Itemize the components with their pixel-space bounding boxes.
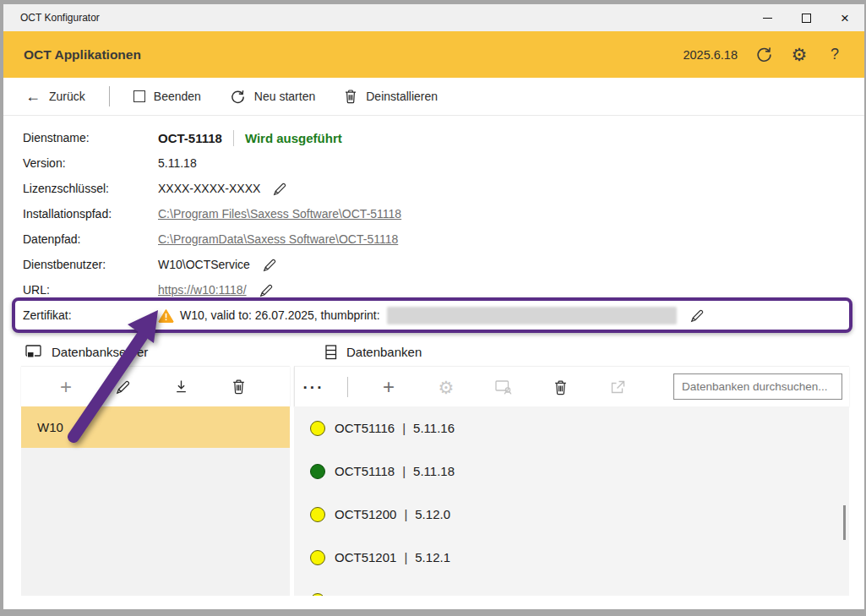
databases-panel-header: Datenbanken [325, 338, 422, 366]
minimize-button[interactable] [748, 4, 787, 31]
database-list-item[interactable]: OCT51201 | 5.12.1 [294, 536, 849, 579]
window-title: OCT Konfigurator [20, 12, 100, 24]
delete-database-button[interactable] [547, 374, 573, 400]
help-button[interactable]: ? [825, 46, 844, 64]
databases-scrollbar[interactable] [843, 505, 846, 540]
database-list-item[interactable]: OCT51202 | 5.12.2 [294, 579, 849, 596]
help-icon: ? [831, 46, 839, 63]
name-version-separator: | [404, 593, 407, 596]
app-window: OCT Konfigurator × OCT Applikationen 202… [0, 0, 866, 616]
pencil-icon [116, 379, 131, 395]
trash-icon [344, 89, 357, 104]
refresh-button[interactable] [754, 46, 773, 64]
name-version-separator: | [404, 507, 407, 521]
status-dot-icon [310, 550, 325, 565]
database-list-item[interactable]: OCT51200 | 5.12.0 [294, 493, 849, 536]
database-version: 5.12.0 [415, 507, 450, 521]
version-date: 2025.6.18 [683, 48, 738, 62]
export-database-button[interactable] [605, 374, 630, 400]
data-path-row: Datenpfad: C:\ProgramData\Saxess Softwar… [23, 226, 401, 252]
download-icon [174, 379, 188, 394]
pencil-icon [259, 283, 274, 297]
toolbar-divider [347, 377, 348, 397]
service-name-label: Dienstname: [23, 131, 158, 144]
database-settings-button[interactable]: ⚙ [433, 374, 459, 400]
database-list-item[interactable]: OCT51118 | 5.11.18 [294, 450, 849, 493]
back-button[interactable]: ← Zurück [25, 89, 85, 104]
titlebar: OCT Konfigurator × [3, 4, 864, 31]
restart-icon [230, 89, 246, 105]
delete-server-button[interactable] [226, 374, 251, 400]
database-name: OCT51116 [335, 421, 395, 435]
service-user-value: W10\OCTService [158, 258, 250, 271]
add-database-button[interactable]: + [376, 374, 401, 400]
warning-icon [158, 308, 174, 323]
refresh-icon [755, 46, 773, 63]
url-link[interactable]: https://w10:1118/ [158, 283, 247, 297]
close-button[interactable]: × [825, 4, 864, 31]
stop-icon [133, 90, 145, 102]
user-card-icon [495, 379, 513, 395]
install-path-link[interactable]: C:\Program Files\Saxess Software\OCT-511… [158, 207, 401, 221]
install-path-label: Installationspfad: [23, 207, 158, 221]
servers-toolbar: + [21, 366, 290, 406]
database-version: 5.12.1 [415, 550, 450, 564]
gear-icon: ⚙ [438, 379, 455, 396]
service-user-row: Dienstbenutzer: W10\OCTService [23, 252, 401, 277]
status-dot-icon [310, 421, 325, 436]
name-version-separator: | [402, 464, 406, 478]
license-label: Lizenzschlüssel: [23, 182, 158, 195]
maximize-icon [802, 14, 811, 23]
status-dot-icon [310, 464, 325, 479]
settings-button[interactable]: ⚙ [790, 46, 809, 64]
install-path-row: Installationspfad: C:\Program Files\Saxe… [23, 201, 401, 226]
databases-panel-title: Datenbanken [346, 345, 422, 359]
server-monitor-icon [25, 345, 42, 359]
add-server-button[interactable]: + [53, 374, 79, 400]
plus-icon: + [60, 377, 72, 397]
pencil-icon [263, 258, 277, 272]
database-version: 5.11.18 [413, 464, 455, 478]
more-options-button[interactable]: ··· [301, 374, 326, 400]
maximize-button[interactable] [787, 4, 825, 31]
edit-license-button[interactable] [273, 182, 287, 196]
server-name: W10 [37, 420, 63, 434]
servers-panel-title: Datenbankserver [52, 345, 148, 359]
status-dot-icon [310, 593, 325, 597]
certificate-info: W10, valid to: 26.07.2025, thumbprint: [180, 308, 380, 322]
thumbprint-redacted [387, 307, 677, 324]
back-arrow-icon: ← [25, 89, 41, 104]
version-label: Version: [23, 156, 158, 170]
trash-icon [231, 379, 246, 395]
database-permissions-button[interactable] [491, 374, 516, 400]
uninstall-button[interactable]: Deinstallieren [344, 89, 438, 104]
databases-toolbar: ··· + ⚙ [294, 366, 849, 406]
service-name-value: OCT-51118 [158, 131, 222, 145]
url-label: URL: [23, 283, 158, 297]
database-name: OCT51202 [335, 593, 396, 596]
edit-user-button[interactable] [263, 258, 277, 272]
import-server-button[interactable] [168, 374, 193, 400]
service-name-row: Dienstname: OCT-51118 Wird ausgeführt [23, 125, 401, 150]
edit-certificate-button[interactable] [690, 308, 705, 323]
service-details: Dienstname: OCT-51118 Wird ausgeführt Ve… [23, 125, 401, 303]
server-list-item-selected[interactable]: W10 [21, 406, 290, 448]
databases-list: OCT51116 | 5.11.16 OCT51118 | 5.11.18 OC… [294, 406, 849, 596]
gear-icon: ⚙ [792, 46, 808, 63]
command-bar: ← Zurück Beenden Neu starten Deinstallie… [3, 78, 864, 116]
edit-server-button[interactable] [111, 374, 136, 400]
pencil-icon [690, 308, 705, 323]
edit-url-button[interactable] [259, 283, 274, 297]
database-icon [325, 345, 337, 360]
minimize-icon [763, 18, 772, 19]
close-icon: × [841, 11, 849, 25]
servers-list: W10 [21, 406, 290, 596]
data-path-link[interactable]: C:\ProgramData\Saxess Software\OCT-51118 [158, 232, 398, 246]
database-list-item[interactable]: OCT51116 | 5.11.16 [294, 406, 849, 450]
database-name: OCT51200 [335, 507, 396, 521]
stop-service-button[interactable]: Beenden [133, 90, 201, 103]
restart-service-button[interactable]: Neu starten [230, 89, 315, 105]
share-icon [610, 379, 626, 395]
page-title: OCT Applikationen [24, 47, 141, 63]
database-search-input[interactable] [673, 373, 842, 400]
